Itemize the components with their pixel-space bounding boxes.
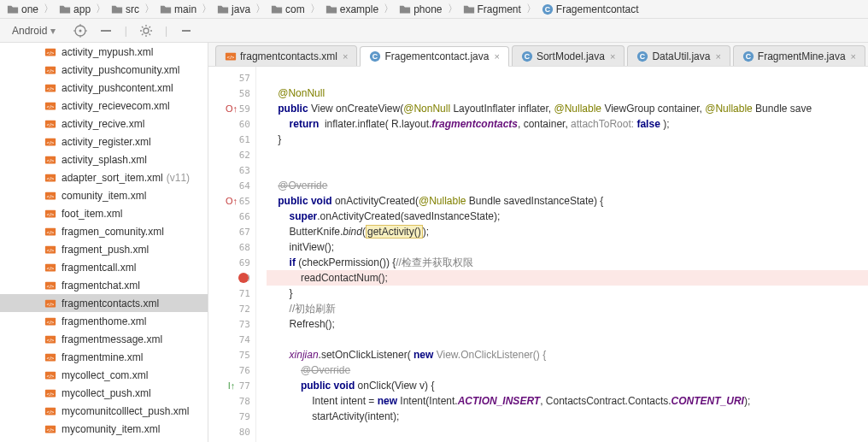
file-item[interactable]: </>fragmentcall.xml [0,258,208,276]
code-line[interactable]: ButterKnife.bind(getActivity()); [267,224,868,239]
editor-tab[interactable]: CDataUtil.java× [627,45,730,66]
close-icon[interactable]: × [851,51,856,62]
code-line[interactable] [267,162,868,178]
line-number[interactable]: 64 [208,178,255,193]
file-item[interactable]: </>activity_splash.xml [0,150,208,168]
line-number[interactable]: 68 [208,239,255,255]
code-line[interactable]: super.onActivityCreated(savedInstanceSta… [267,209,868,224]
code-line[interactable]: @Override [267,362,868,378]
file-item[interactable]: </>adapter_sort_item.xml(v11) [0,168,208,186]
line-number[interactable]: 63 [208,162,255,178]
line-number[interactable]: 67 [208,224,255,239]
code-line[interactable]: //初始刷新 [267,301,868,316]
editor-tab[interactable]: CFragmentMine.java× [733,45,865,66]
line-number[interactable]: 75 [208,347,255,362]
breadcrumb-item[interactable]: example [322,3,382,15]
file-item[interactable]: </>activity_recievecom.xml [0,97,208,115]
file-item[interactable]: </>mycollect_push.xml [0,384,208,402]
collapse-icon[interactable] [99,24,113,38]
line-number[interactable]: 78 [208,393,255,409]
file-item[interactable]: </>activity_register.xml [0,133,208,150]
breadcrumb-item[interactable]: main [156,3,200,15]
code-line[interactable]: Intent intent = new Intent(Intent.ACTION… [267,393,868,409]
breakpoint-icon[interactable] [238,273,249,283]
breadcrumb-item[interactable]: java [214,3,254,15]
line-number[interactable]: 58 [208,85,255,101]
breadcrumb-item[interactable]: one [3,3,42,15]
override-marker[interactable]: O↑ [226,193,237,209]
file-item[interactable]: </>activity_recive.xml [0,115,208,133]
close-icon[interactable]: × [610,51,615,62]
code-line[interactable]: xinjian.setOnClickListener( new View.OnC… [267,347,868,362]
line-number[interactable]: 57 [208,70,255,85]
gear-icon[interactable] [139,24,153,38]
project-tree[interactable]: </>activity_mypush.xml</>activity_pushco… [0,43,208,442]
breadcrumb-item[interactable]: phone [396,3,445,15]
file-item[interactable]: </>mycomunitcolllect_push.xml [0,402,208,420]
breadcrumb-item[interactable]: Fragment [460,3,525,15]
file-item[interactable]: </>fragmenthome.xml [0,312,208,330]
code-line[interactable]: Refresh(); [267,316,868,332]
code-line[interactable]: public void onClick(View v) { [267,378,868,393]
editor-tab[interactable]: CFragementcontact.java× [360,46,509,67]
code-line[interactable]: startActivity(intent); [267,409,868,424]
code-line[interactable] [267,70,868,85]
file-item[interactable]: </>foot_item.xml [0,204,208,222]
breadcrumb-item[interactable]: com [267,3,308,15]
target-icon[interactable] [73,24,87,38]
close-icon[interactable]: × [494,51,499,62]
line-number[interactable]: 70 [208,270,255,286]
code-line[interactable] [267,424,868,439]
code-line[interactable]: public View onCreateView(@NonNull Layout… [267,101,868,116]
file-item[interactable]: </>activity_pushcomunity.xml [0,61,208,79]
line-number[interactable]: 61 [208,132,255,147]
file-item[interactable]: </>fragmentchat.xml [0,276,208,294]
code-line[interactable]: readContactNum(); [267,270,868,286]
close-icon[interactable]: × [715,51,720,62]
line-number[interactable]: 69 [208,255,255,270]
code-content[interactable]: @NonNull public View onCreateView(@NonNu… [256,67,868,442]
code-line[interactable]: } [267,286,868,301]
line-number[interactable]: 66 [208,209,255,224]
code-line[interactable] [267,147,868,162]
code-line[interactable]: if (checkPermission()) {//检查并获取权限 [267,255,868,270]
code-line[interactable]: @NonNull [267,85,868,101]
file-item[interactable]: </>fragmentmine.xml [0,348,208,366]
line-number[interactable]: 62 [208,147,255,162]
line-number[interactable]: 65O↑ [208,193,255,209]
breadcrumb-item[interactable]: CFragementcontact [538,3,642,15]
code-line[interactable] [267,332,868,347]
file-item[interactable]: </>mycomunity_item.xml [0,420,208,438]
override-marker[interactable]: O↑ [226,101,237,116]
implement-marker[interactable]: I↑ [226,378,237,393]
code-line[interactable]: } [267,132,868,147]
line-number[interactable]: 72 [208,301,255,316]
close-icon[interactable]: × [343,51,348,62]
code-line[interactable]: @Override [267,178,868,193]
editor-tab[interactable]: CSortModel.java× [512,45,625,66]
line-number[interactable]: 79 [208,409,255,424]
view-mode-selector[interactable]: Android ▾ [5,25,62,37]
file-item[interactable]: </>mycollect_com.xml [0,366,208,384]
file-item[interactable]: </>fragmentcontacts.xml [0,294,208,312]
line-number[interactable]: 76 [208,362,255,378]
hide-panel-icon[interactable] [179,24,193,38]
code-line[interactable]: initView(); [267,239,868,255]
file-item[interactable]: </>fragmen_comunity.xml [0,222,208,240]
line-number[interactable]: 73 [208,316,255,332]
code-line[interactable]: return inflater.inflate( R.layout.fragme… [267,116,868,132]
line-number[interactable]: 59O↑ [208,101,255,116]
file-item[interactable]: </>fragmentmessage.xml [0,330,208,348]
file-item[interactable]: </>activity_mypush.xml [0,43,208,61]
breadcrumb-item[interactable]: src [108,3,143,15]
line-number[interactable]: 71 [208,286,255,301]
code-editor[interactable]: 575859O↑606162636465O↑666768697071727374… [208,67,868,442]
line-number[interactable]: 60 [208,116,255,132]
file-item[interactable]: </>comunity_item.xml [0,186,208,204]
code-line[interactable]: public void onActivityCreated(@Nullable … [267,193,868,209]
line-number[interactable]: 80 [208,424,255,439]
file-item[interactable]: </>activity_pushcontent.xml [0,79,208,97]
line-number[interactable]: 77I↑ [208,378,255,393]
file-item[interactable]: </>fragment_push.xml [0,240,208,258]
editor-tab[interactable]: </>fragmentcontacts.xml× [215,45,357,66]
